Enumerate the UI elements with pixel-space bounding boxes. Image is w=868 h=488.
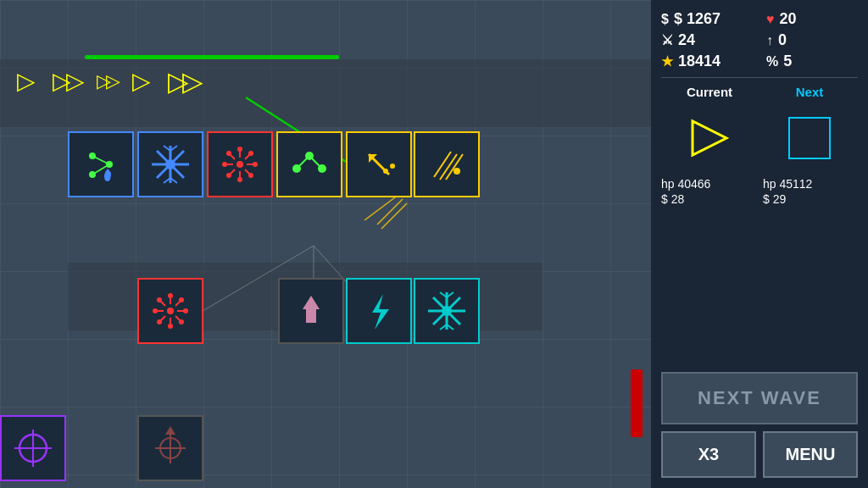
svg-point-31 (237, 177, 242, 182)
svg-marker-70 (372, 294, 389, 330)
tower-lightning-cyan-icon (353, 286, 404, 336)
svg-point-61 (168, 324, 173, 329)
tower-lightning-icon (421, 139, 472, 190)
current-label: Current (661, 85, 758, 99)
percent-icon: % (766, 54, 778, 69)
svg-line-47 (434, 152, 451, 177)
svg-point-50 (453, 168, 460, 175)
sword-stat: ⚔ 24 (661, 31, 753, 49)
hearts-value: 20 (780, 10, 797, 28)
svg-point-45 (383, 169, 388, 174)
svg-point-30 (237, 147, 242, 152)
next-money: $ 29 (763, 192, 858, 206)
svg-point-21 (236, 161, 243, 168)
svg-marker-86 (165, 426, 175, 435)
enemy-5: ▷▷ (168, 68, 197, 95)
sidebar: $ $ 1267 ♥ 20 ⚔ 24 ↑ 0 ★ 18414 % 5 Curre… (651, 0, 868, 488)
tower-freeze-cyan-icon (421, 286, 472, 336)
wave-labels: Current Next (661, 85, 858, 99)
next-label: Next (761, 85, 858, 99)
svg-point-66 (157, 319, 162, 324)
hearts-stat: ♥ 20 (766, 10, 858, 28)
health-bar (631, 369, 643, 437)
next-hp: hp 45112 (763, 177, 858, 191)
svg-point-16 (165, 159, 175, 169)
svg-rect-69 (306, 309, 316, 323)
current-hp: hp 40466 (661, 177, 756, 191)
bottom-buttons: X3 MENU (661, 431, 858, 478)
star-value: 18414 (678, 53, 721, 70)
svg-marker-68 (303, 296, 320, 309)
divider-1 (661, 77, 858, 78)
star-icon: ★ (661, 53, 673, 69)
current-enemy-icon (684, 113, 735, 164)
sword-icon: ⚔ (661, 32, 673, 48)
game-area: ▷ ▷▷ ▷▷ ▷ ▷▷ (0, 0, 651, 488)
tower-crosshair-dark-icon (145, 423, 196, 474)
tower-water[interactable] (68, 131, 134, 197)
money-icon: $ (661, 12, 669, 27)
enemies-row: ▷ ▷▷ ▷▷ ▷ ▷▷ (17, 68, 197, 95)
tower-burst-red-icon (214, 139, 265, 190)
tower-burst-red-2-icon (145, 286, 196, 336)
wave-icons (661, 106, 858, 170)
percent-value: 5 (783, 53, 792, 70)
tower-arrow-icon (353, 139, 404, 190)
svg-point-35 (248, 151, 253, 156)
arrow-up-icon: ↑ (766, 33, 773, 48)
svg-point-75 (442, 306, 452, 316)
svg-line-10 (92, 156, 109, 164)
svg-point-36 (226, 173, 231, 178)
svg-point-65 (179, 297, 184, 302)
enemy-2: ▷▷ (53, 69, 80, 93)
svg-point-37 (248, 173, 253, 178)
enemy-4: ▷ (132, 69, 151, 93)
tower-freeze-cyan[interactable] (414, 278, 480, 344)
enemy-1: ▷ (17, 69, 36, 93)
tower-connector-icon (284, 139, 335, 190)
svg-point-46 (390, 164, 395, 169)
tower-burst-red-2[interactable] (137, 278, 203, 344)
svg-point-60 (168, 293, 173, 298)
tower-connector[interactable] (276, 131, 342, 197)
tower-upgrade-icon (286, 286, 337, 336)
next-enemy-box (788, 117, 831, 159)
svg-line-42 (309, 156, 322, 169)
svg-point-62 (153, 308, 158, 313)
sword-value: 24 (678, 31, 695, 49)
arrow-value: 0 (778, 31, 787, 49)
tower-crosshair-dark[interactable] (137, 415, 203, 481)
svg-point-64 (157, 297, 162, 302)
tower-freeze-icon (145, 139, 196, 190)
tower-lightning[interactable] (414, 131, 480, 197)
stats-panel: $ $ 1267 ♥ 20 ⚔ 24 ↑ 0 ★ 18414 % 5 (661, 10, 858, 70)
x3-button[interactable]: X3 (661, 431, 756, 478)
tower-upgrade[interactable] (278, 278, 344, 344)
svg-point-34 (226, 151, 231, 156)
enemy-3: ▷▷ (97, 72, 115, 91)
svg-point-67 (179, 319, 184, 324)
svg-point-63 (183, 308, 188, 313)
svg-point-33 (253, 162, 258, 167)
money-value: $ 1267 (674, 10, 721, 28)
heart-icon: ♥ (766, 12, 775, 27)
tower-crosshair-icon (8, 423, 58, 474)
tower-crosshair[interactable] (0, 415, 66, 481)
svg-marker-87 (693, 121, 726, 155)
star-stat: ★ 18414 (661, 53, 753, 70)
percent-stat: % 5 (766, 53, 858, 70)
tower-freeze[interactable] (137, 131, 203, 197)
tower-lightning-cyan[interactable] (346, 278, 412, 344)
svg-point-51 (167, 308, 174, 314)
current-money: $ 28 (661, 192, 756, 206)
next-wave-button[interactable]: NEXT WAVE (661, 372, 858, 424)
tower-arrow[interactable] (346, 131, 412, 197)
menu-button[interactable]: MENU (763, 431, 858, 478)
svg-line-41 (297, 156, 309, 169)
arrow-stat: ↑ 0 (766, 31, 858, 49)
money-stat: $ $ 1267 (661, 10, 753, 28)
svg-point-32 (222, 162, 227, 167)
wave-stats: hp 40466 hp 45112 $ 28 $ 29 (661, 177, 858, 206)
tower-water-icon (75, 139, 126, 190)
tower-burst-red[interactable] (207, 131, 273, 197)
